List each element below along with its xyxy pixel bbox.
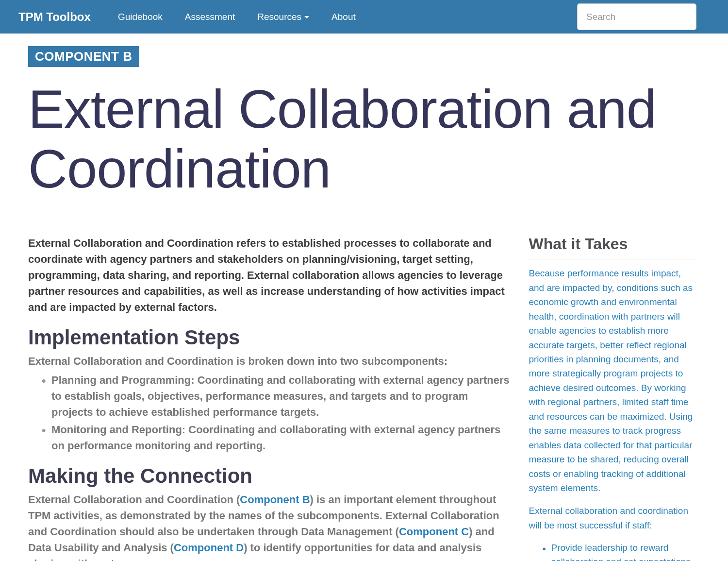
search-input[interactable] bbox=[577, 3, 696, 30]
link-component-c[interactable]: Component C bbox=[399, 526, 469, 538]
sidebar: What it Takes Because performance result… bbox=[529, 235, 696, 561]
nav-assessment[interactable]: Assessment bbox=[176, 7, 244, 27]
connection-heading: Making the Connection bbox=[28, 464, 512, 488]
nav-left: TPM Toolbox Guidebook Assessment Resourc… bbox=[10, 7, 364, 27]
content-row: External Collaboration and Coordination … bbox=[28, 235, 700, 561]
main-column: External Collaboration and Coordination … bbox=[28, 235, 512, 561]
main-container: COMPONENT B External Collaboration and C… bbox=[19, 34, 709, 561]
text-span: External Collaboration and Coordination … bbox=[28, 493, 240, 506]
sidebar-para1: Because performance results impact, and … bbox=[529, 266, 696, 495]
link-component-b[interactable]: Component B bbox=[240, 493, 310, 506]
list-item: Monitoring and Reporting: Coordinating a… bbox=[42, 422, 512, 454]
page-title: External Collaboration and Coordination bbox=[28, 79, 700, 199]
nav-guidebook[interactable]: Guidebook bbox=[109, 7, 171, 27]
implementation-bullets: Planning and Programming: Coordinating a… bbox=[28, 372, 512, 454]
sidebar-para2: External collaboration and coordination … bbox=[529, 504, 696, 532]
implementation-heading: Implementation Steps bbox=[28, 326, 512, 349]
link-component-d[interactable]: Component D bbox=[174, 542, 244, 554]
nav-right bbox=[577, 3, 718, 30]
header: TPM Toolbox Guidebook Assessment Resourc… bbox=[0, 0, 728, 34]
list-item: Planning and Programming: Coordinating a… bbox=[42, 372, 512, 420]
brand-title[interactable]: TPM Toolbox bbox=[10, 10, 99, 24]
sidebar-heading: What it Takes bbox=[529, 235, 696, 259]
nav-resources[interactable]: Resources bbox=[248, 7, 318, 27]
intro-text: External Collaboration and Coordination … bbox=[28, 235, 512, 315]
implementation-sub: External Collaboration and Coordination … bbox=[28, 353, 512, 369]
sidebar-bullets: Provide leadership to reward collaborati… bbox=[529, 541, 696, 561]
nav-about[interactable]: About bbox=[323, 7, 364, 27]
list-item: Provide leadership to reward collaborati… bbox=[542, 541, 696, 561]
connection-text: External Collaboration and Coordination … bbox=[28, 492, 512, 561]
component-label: COMPONENT B bbox=[28, 46, 139, 67]
